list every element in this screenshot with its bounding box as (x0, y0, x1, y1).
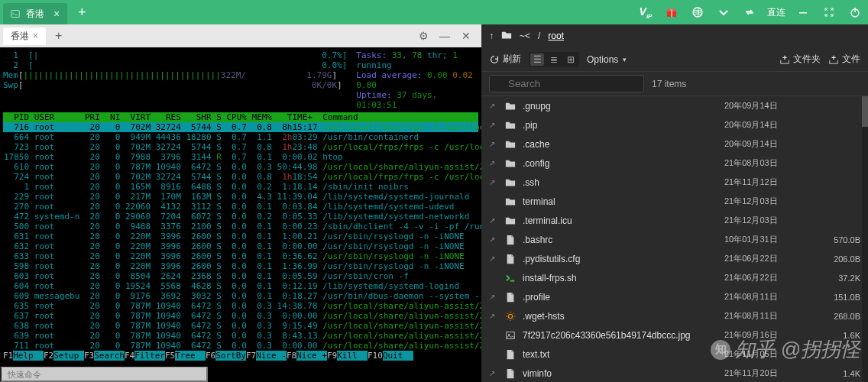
quick-command-input[interactable] (0, 367, 208, 382)
cfg-icon (504, 310, 517, 322)
detail-view-icon[interactable]: ≣ (547, 53, 561, 66)
options-dropdown[interactable]: Options▾ (587, 54, 627, 65)
file-toolbar: 刷新 ☰ ≣ ⊞ Options▾ 文件夹 文件 (481, 47, 868, 72)
file-date: 21年08月11日 (724, 291, 808, 303)
vip-icon[interactable]: VIP (633, 0, 659, 24)
process-row[interactable]: 610 root 20 0 787M 10940 6472 S 0.0 0.3 … (3, 162, 478, 172)
item-count: 17 items (652, 79, 686, 89)
process-row[interactable]: 472 systemd-n 20 0 29060 7204 6072 S 0.0… (3, 212, 478, 222)
file-row[interactable]: install-frps.sh21年06月22日37.2K (481, 268, 868, 287)
file-row[interactable]: ↗viminfo21年11月20日1.4K (481, 364, 868, 382)
process-row[interactable]: 1 root 20 0 165M 8916 6488 S 0.0 0.2 1:1… (3, 182, 478, 192)
inner-tab[interactable]: 香港 × (3, 28, 46, 45)
file-list[interactable]: ↗.gnupg20年09月14日↗.pip20年09月14日↗.cache20年… (481, 96, 868, 382)
process-row[interactable]: 609 messagebu 20 0 9176 3692 3032 S 0.0 … (3, 291, 478, 301)
link-icon: ↗ (489, 312, 498, 320)
process-row[interactable]: 716 root 20 0 702M 32724 5744 S 0.7 0.8 … (3, 122, 478, 132)
dropdown-icon[interactable] (711, 0, 737, 24)
grid-view-icon[interactable]: ⊞ (564, 53, 578, 66)
process-row[interactable]: 633 root 20 0 220M 3996 2600 S 0.0 0.1 0… (3, 251, 478, 261)
maximize-button[interactable] (816, 0, 842, 24)
process-row[interactable]: 635 root 20 0 787M 10940 6472 S 0.0 0.3 … (3, 301, 478, 311)
file-date: 21年12月03日 (724, 196, 808, 207)
process-row[interactable]: 229 root 20 0 217M 170M 163M S 0.0 4.3 1… (3, 192, 478, 202)
scrollbar-track[interactable] (862, 96, 868, 382)
gift-icon[interactable] (659, 0, 685, 24)
refresh-button[interactable]: 刷新 (489, 53, 521, 66)
terminal-icon (11, 9, 20, 18)
link-icon: ↗ (489, 178, 498, 186)
file-size: 37.2K (815, 274, 860, 283)
folder-icon (504, 119, 517, 131)
inner-minimize-icon[interactable]: — (437, 30, 452, 42)
inner-tab-new[interactable]: + (50, 29, 66, 43)
inner-tab-close[interactable]: × (33, 31, 38, 41)
process-row[interactable]: 500 root 20 0 9488 3376 2100 S 0.0 0.1 0… (3, 222, 478, 231)
titlebar: 香港 × + VIP 直连 (0, 0, 868, 24)
process-row[interactable]: 603 root 20 0 8504 2624 2368 S 0.0 0.1 0… (3, 271, 478, 281)
process-row[interactable]: 711 root 20 0 787M 10940 6472 S 0.0 0.3 … (3, 341, 478, 351)
view-toggle[interactable]: ☰ ≣ ⊞ (529, 52, 579, 67)
file-date: 20年09月14日 (724, 138, 808, 150)
svg-rect-5 (799, 12, 807, 14)
breadcrumb-seg[interactable]: ~< (520, 31, 530, 41)
folder-icon[interactable] (501, 30, 512, 43)
folder-icon (504, 215, 517, 227)
file-size: 1.4K (815, 369, 860, 378)
browser-icon[interactable] (685, 0, 711, 24)
process-header[interactable]: PID USER PRI NI VIRT RES SHR S CPU% MEM%… (3, 112, 478, 122)
folder-icon (504, 138, 517, 151)
file-row[interactable]: terminal21年12月03日 (481, 192, 868, 211)
process-row[interactable]: 723 root 20 0 702M 32724 5744 S 0.7 0.8 … (3, 142, 478, 152)
scrollbar-thumb[interactable] (862, 96, 868, 127)
file-row[interactable]: ↗.pydistutils.cfg21年06月22日206.0B (481, 249, 868, 268)
process-row[interactable]: 724 root 20 0 702M 32724 5744 S 0.0 0.8 … (3, 172, 478, 182)
file-row[interactable]: ↗.cache20年09月14日 (481, 134, 868, 154)
process-row[interactable]: 632 root 20 0 220M 3996 2600 S 0.0 0.1 0… (3, 241, 478, 251)
process-row[interactable]: 639 root 20 0 787M 10940 6472 S 0.0 0.3 … (3, 331, 478, 341)
process-row[interactable]: 638 root 20 0 787M 10940 6472 S 0.0 0.3 … (3, 321, 478, 331)
process-row[interactable]: 631 root 20 0 220M 3996 2600 S 0.0 0.1 1… (3, 231, 478, 241)
file-date: 21年11月05日 (724, 348, 808, 360)
terminal[interactable]: 1 [| 0.7%] 2 [ 0.0%] Mem[|||||||||||||||… (0, 47, 481, 367)
new-tab-button[interactable]: + (73, 4, 90, 21)
tab-close-icon[interactable]: × (53, 8, 60, 20)
search-input[interactable] (489, 75, 644, 92)
process-row[interactable]: 664 root 20 0 949M 44436 18280 S 0.7 1.1… (3, 132, 478, 142)
process-list[interactable]: 716 root 20 0 702M 32724 5744 S 0.7 0.8 … (3, 122, 478, 351)
file-name: .cache (523, 139, 718, 150)
up-icon[interactable]: ↑ (489, 31, 494, 41)
process-row[interactable]: 604 root 20 0 19524 5568 4628 S 0.0 0.1 … (3, 281, 478, 291)
file-name: .wget-hsts (523, 311, 718, 322)
file-row[interactable]: ↗.gnupg20年09月14日 (481, 96, 868, 115)
process-row[interactable]: 637 root 20 0 787M 10940 6472 S 0.0 0.3 … (3, 311, 478, 321)
search-bar: 🔍 17 items (481, 72, 868, 96)
connection-label[interactable]: 直连 (763, 6, 790, 19)
power-button[interactable] (842, 0, 868, 24)
htop-fkeys[interactable]: F1Help F2Setup F3SearchF4FilterF5Tree F6… (3, 351, 478, 361)
file-row[interactable]: ↗.terminal.icu21年12月03日 (481, 211, 868, 230)
new-file-button[interactable]: 文件 (828, 53, 860, 66)
breadcrumb-current[interactable]: root (548, 31, 564, 41)
process-row[interactable]: 598 root 20 0 220M 3996 2600 S 0.0 0.1 1… (3, 261, 478, 271)
file-row[interactable]: 7f2917c206c43360e561b49174dbccc.jpg21年09… (481, 325, 868, 345)
file-name: text.txt (523, 349, 718, 360)
file-row[interactable]: text.txt21年11月05日 (481, 345, 868, 364)
file-row[interactable]: ↗.profile21年08月11日151.0B (481, 287, 868, 306)
process-row[interactable]: 17850 root 20 0 7988 3796 3144 R 0.7 0.1… (3, 152, 478, 162)
cpu-mem-bars: 1 [| 0.7%] 2 [ 0.0%] Mem[|||||||||||||||… (3, 50, 347, 110)
sync-icon[interactable] (737, 0, 763, 24)
process-row[interactable]: 270 root 20 0 22060 4132 3112 S 0.0 0.1 … (3, 202, 478, 212)
file-row[interactable]: ↗.wget-hsts21年08月11日268.0B (481, 306, 868, 325)
file-row[interactable]: ↗.bashrc10年01月31日570.0B (481, 230, 868, 249)
file-row[interactable]: ↗.pip20年09月14日 (481, 115, 868, 134)
svg-rect-7 (854, 8, 855, 12)
inner-close-icon[interactable]: ✕ (458, 30, 474, 42)
new-folder-button[interactable]: 文件夹 (779, 53, 821, 66)
session-tab[interactable]: 香港 × (3, 3, 67, 24)
file-row[interactable]: ↗.config21年08月03日 (481, 154, 868, 173)
list-view-icon[interactable]: ☰ (530, 53, 544, 66)
file-row[interactable]: ↗.ssh21年11月12日 (481, 173, 868, 192)
settings-icon[interactable]: ⚙ (416, 30, 431, 42)
minimize-button[interactable] (790, 0, 816, 24)
